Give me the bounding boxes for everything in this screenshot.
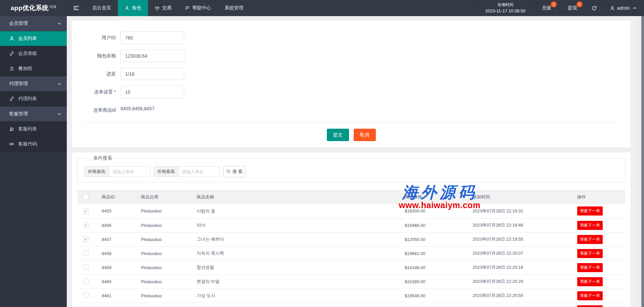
user-icon	[610, 6, 615, 11]
form-actions: 提交 取消	[72, 129, 631, 141]
wallet-balance-input[interactable]	[120, 50, 184, 62]
header-actions: 操作	[577, 190, 625, 204]
recharge-button[interactable]: 充值 2	[534, 0, 559, 16]
field-label: 连单设置*	[72, 89, 116, 95]
row-checkbox[interactable]	[83, 293, 89, 298]
user-id-input[interactable]	[120, 32, 184, 44]
form-row-progress: 进度	[72, 68, 631, 80]
recharge-badge: 2	[551, 1, 557, 7]
replace-next-order-button[interactable]: 替换下一单	[577, 249, 603, 258]
nav-item-label: 帮助中心	[192, 5, 211, 11]
nav-item-dashboard[interactable]: 后台首页	[86, 0, 118, 16]
replace-next-order-button[interactable]: 替换下一单	[577, 291, 603, 300]
sidebar-group-service-management[interactable]: 客服管理	[0, 107, 67, 122]
cell-product-price: $14186.00	[405, 260, 473, 274]
sidebar-group-agent-management[interactable]: 代理管理	[0, 76, 67, 91]
header-add-time: 添加时间	[473, 190, 577, 204]
nav-item-label: 后台首页	[92, 5, 111, 11]
cell-product-id: 8457	[102, 232, 141, 246]
cell-add-time: 2023年07月28日 22:20:29	[473, 274, 577, 289]
table-row: 8456 Pinduoduo 악녀 $15966.00 2023年07月28日 …	[77, 218, 625, 232]
withdraw-button[interactable]: 提现 0	[559, 0, 585, 16]
user-menu[interactable]: admin	[603, 0, 644, 16]
cell-product-id: 8456	[102, 218, 141, 232]
row-checkbox[interactable]	[83, 208, 89, 214]
sidebar-item-service-list[interactable]: 客服列表	[0, 122, 67, 137]
cell-product-price: $15966.00	[405, 218, 473, 232]
form-row-user-id: 用户ID	[72, 32, 631, 44]
replace-next-order-button[interactable]: 替换下一单	[577, 277, 603, 286]
scales-icon	[155, 6, 160, 11]
sidebar-toggle-button[interactable]	[67, 0, 86, 16]
nav-item-help-center[interactable]: 帮助中心	[178, 0, 218, 16]
cell-product-category: Pinduoduo	[141, 260, 197, 274]
sidebar-item-label: 会员列表	[18, 36, 37, 42]
select-all-checkbox[interactable]	[83, 194, 89, 199]
table-row: 8455 Pinduoduo 사랑의 종 $16300.00 2023年07月2…	[77, 204, 625, 218]
table-row: 8460 Pinduoduo 팬걸의 비밀 $31589.00 2023年07月…	[77, 274, 625, 289]
table-row: 8458 Pinduoduo 지옥의 묵시록 $19661.00 2023年07…	[77, 246, 625, 260]
sidebar-item-stack-group[interactable]: 叠加组	[0, 61, 67, 76]
scrollbar-thumb[interactable]	[641, 16, 644, 307]
submit-button[interactable]: 提交	[327, 129, 349, 141]
cell-product-id: 8455	[102, 204, 141, 218]
navbar-right: 当地时间 2023-11-17 10:38:50 充值 2 提现 0 admin	[477, 0, 644, 16]
search-button-label: 搜 索	[233, 169, 243, 175]
code-icon: </>	[9, 142, 14, 146]
nav-item-trade[interactable]: 交易	[148, 0, 178, 16]
replace-next-order-button[interactable]: 替换下一单	[577, 263, 603, 272]
replace-next-order-button[interactable]: 替换下一单	[577, 206, 603, 216]
person-icon	[9, 36, 14, 41]
top-navbar: app优化系统V18 后台首页 角色 交易 帮助中心 系统管理 当地时间 202…	[0, 0, 644, 16]
price-max-input[interactable]	[179, 167, 219, 177]
sidebar-item-agent-list[interactable]: 代理列表	[0, 91, 67, 107]
cell-product-name: 럭키	[197, 303, 405, 307]
cell-product-category: Pinduoduo	[141, 232, 197, 246]
row-checkbox[interactable]	[83, 237, 89, 242]
replace-next-order-button[interactable]: 替换下一单	[577, 235, 603, 244]
sidebar: 会员管理 会员列表 会员等级 叠加组 代理管理 代理列表 客服管理 客服列表 <…	[0, 16, 67, 307]
local-time-value: 2023-11-17 10:38:50	[485, 8, 526, 14]
replace-next-order-button[interactable]: 替换下一单	[577, 305, 603, 307]
progress-input[interactable]	[120, 68, 184, 80]
sidebar-item-member-list[interactable]: 会员列表	[0, 31, 67, 46]
combo-setting-input[interactable]	[120, 86, 184, 98]
row-checkbox[interactable]	[83, 223, 89, 228]
nav-item-role[interactable]: 角色	[118, 0, 148, 16]
cell-product-id: 8460	[102, 274, 141, 289]
product-table-body: 8455 Pinduoduo 사랑의 종 $16300.00 2023年07月2…	[77, 204, 625, 307]
table-row: 8462 Pinduoduo 럭키 $14630.00 2023年07月28日 …	[77, 303, 625, 307]
cancel-button[interactable]: 取消	[354, 129, 376, 141]
sidebar-item-label: 会员等级	[18, 51, 37, 57]
sidebar-item-service-code[interactable]: </> 客服代码	[0, 137, 67, 152]
withdraw-badge: 0	[577, 1, 583, 7]
person-icon	[125, 6, 130, 11]
member-edit-card: 用户ID 钱包余额 进度 连单设置* 连单商品id 8455,8456,8457…	[72, 20, 631, 147]
refresh-button[interactable]	[585, 0, 603, 16]
header-product-price: 商品价格	[405, 190, 473, 204]
row-checkbox[interactable]	[83, 250, 89, 256]
row-checkbox[interactable]	[83, 279, 89, 284]
price-min-input[interactable]	[109, 167, 150, 177]
local-time-label: 当地时间	[497, 2, 513, 8]
withdraw-label: 提现	[568, 5, 577, 11]
sidebar-item-member-level[interactable]: 会员等级	[0, 46, 67, 61]
cell-add-time: 2023年07月28日 22:19:55	[473, 232, 577, 246]
sidebar-group-label: 客服管理	[9, 111, 28, 117]
cell-product-price: $19661.00	[405, 246, 473, 260]
users-icon	[9, 126, 14, 132]
sidebar-group-member-management[interactable]: 会员管理	[0, 16, 67, 31]
link-icon	[9, 51, 14, 56]
sidebar-item-label: 客服列表	[18, 126, 37, 132]
row-checkbox[interactable]	[83, 264, 89, 270]
member-edit-form: 用户ID 钱包余额 进度 连单设置* 连单商品id 8455,8456,8457	[72, 20, 631, 116]
replace-next-order-button[interactable]: 替换下一单	[577, 221, 603, 230]
cell-product-id: 8462	[102, 303, 141, 307]
sidebar-group-label: 代理管理	[9, 81, 28, 87]
search-button[interactable]: 搜 索	[223, 166, 245, 177]
cell-add-time: 2023年07月28日 22:20:50	[473, 289, 577, 303]
chevron-down-icon	[57, 81, 62, 86]
cell-product-name: 팬걸의 비밀	[197, 274, 405, 289]
cell-add-time: 2023年07月28日 22:21:05	[473, 303, 577, 307]
nav-item-system-management[interactable]: 系统管理	[218, 0, 250, 16]
